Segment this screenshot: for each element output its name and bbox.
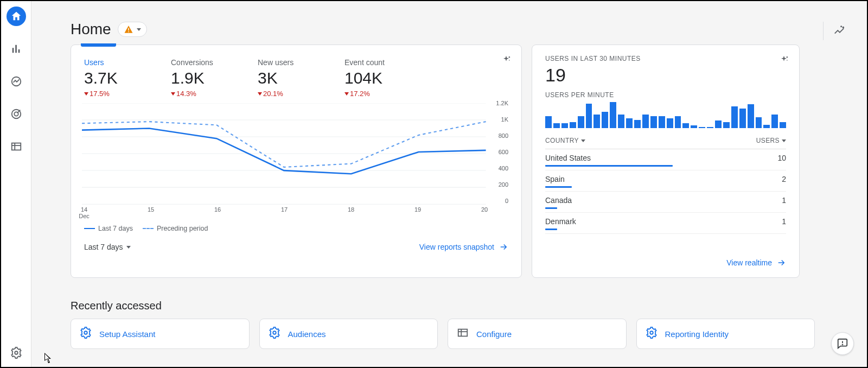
country-users: 1: [782, 196, 786, 205]
svg-rect-8: [128, 31, 129, 33]
view-realtime-link[interactable]: View realtime: [726, 258, 786, 268]
view-reports-snapshot-link[interactable]: View reports snapshot: [419, 242, 508, 252]
x-tick: 14Dec: [79, 206, 90, 219]
metric-delta: 14.3%: [171, 90, 252, 98]
spark-bar: [699, 127, 705, 128]
svg-point-9: [509, 56, 510, 58]
x-tick: 20: [481, 206, 488, 213]
spark-bar: [723, 122, 730, 128]
recent-card-reporting-identity[interactable]: Reporting Identity: [636, 319, 815, 349]
spark-bar: [593, 115, 600, 128]
metric-value: 3.7K: [84, 69, 165, 87]
metric-label: Event count: [344, 58, 426, 67]
country-row: United States10: [545, 149, 786, 170]
diagnostics-chip[interactable]: [118, 22, 147, 37]
chevron-down-icon: [137, 28, 141, 31]
spark-bar: [771, 115, 778, 128]
metric-label: Conversions: [171, 58, 252, 67]
realtime-card: USERS IN LAST 30 MINUTES 19 USERS PER MI…: [532, 45, 800, 278]
chevron-down-icon: [126, 246, 131, 249]
users-column-header[interactable]: USERS: [756, 137, 786, 144]
svg-rect-7: [128, 28, 129, 31]
recent-card-configure[interactable]: Configure: [448, 319, 627, 349]
insights-button[interactable]: [833, 25, 845, 39]
y-tick: 800: [499, 132, 508, 139]
metric-event-count[interactable]: Event count104K17.2%: [344, 58, 426, 98]
spark-bar: [602, 112, 608, 128]
country-name: Canada: [545, 196, 572, 205]
metric-conversions[interactable]: Conversions1.9K14.3%: [171, 58, 252, 98]
spark-bar: [763, 125, 770, 128]
svg-point-25: [843, 344, 843, 345]
y-tick: 200: [499, 181, 508, 188]
country-column-header[interactable]: COUNTRY: [545, 137, 585, 144]
svg-point-19: [787, 60, 788, 61]
legend-current: Last 7 days: [98, 225, 133, 232]
y-tick: 400: [499, 165, 508, 172]
realtime-heading: USERS IN LAST 30 MINUTES: [545, 55, 786, 62]
spark-bar: [667, 118, 673, 128]
spark-bar: [561, 123, 568, 128]
feedback-button[interactable]: [831, 332, 854, 355]
nav-home[interactable]: [7, 7, 26, 26]
country-name: Spain: [545, 175, 565, 183]
chart-legend: Last 7 days Preceding period: [71, 223, 521, 232]
spark-bar: [756, 117, 762, 128]
date-range-selector[interactable]: Last 7 days: [84, 243, 131, 251]
nav-configure[interactable]: [7, 137, 26, 156]
active-tab-indicator: [81, 43, 116, 47]
sparkle-icon[interactable]: [778, 55, 789, 68]
nav-advertising[interactable]: [7, 104, 26, 124]
metric-new-users[interactable]: New users3K20.1%: [258, 58, 339, 98]
gear-icon: [80, 327, 92, 341]
svg-rect-22: [458, 329, 468, 337]
y-tick: 1K: [501, 116, 508, 123]
svg-point-4: [15, 351, 18, 354]
chevron-down-icon: [581, 139, 585, 142]
spark-bar: [715, 120, 722, 128]
metric-delta: 17.5%: [84, 90, 165, 98]
realtime-perminute-label: USERS PER MINUTE: [545, 91, 786, 99]
nav-reports[interactable]: [7, 39, 26, 59]
nav-explore[interactable]: [7, 72, 26, 91]
country-name: Denmark: [545, 217, 576, 226]
svg-point-23: [650, 331, 653, 334]
metric-value: 1.9K: [171, 69, 252, 87]
y-tick: 0: [505, 198, 508, 204]
spark-bar: [553, 123, 560, 128]
svg-point-5: [843, 27, 844, 28]
metric-label: Users: [84, 58, 165, 67]
x-tick: 16: [214, 206, 221, 213]
y-tick: 600: [499, 149, 508, 155]
recent-card-label: Configure: [476, 329, 512, 339]
spark-bar: [739, 109, 746, 128]
sparkle-icon[interactable]: [501, 55, 512, 68]
main-area: Home Users3.7K17.5%Conversions1.9K14.3%N…: [31, 1, 867, 367]
y-tick: 1.2K: [496, 100, 508, 106]
gear-icon: [646, 327, 658, 341]
recent-card-audiences[interactable]: Audiences: [259, 319, 438, 349]
chevron-down-icon: [782, 139, 786, 142]
spark-bar: [634, 120, 641, 128]
recent-card-setup-assistant[interactable]: Setup Assistant: [71, 319, 250, 349]
country-row: Canada1: [545, 192, 786, 213]
realtime-users-value: 19: [545, 65, 786, 86]
spark-bar: [642, 115, 649, 128]
recent-card-label: Audiences: [288, 329, 326, 339]
spark-bar: [682, 123, 689, 128]
spark-bar: [659, 116, 665, 128]
metric-users[interactable]: Users3.7K17.5%: [84, 58, 165, 98]
page-title: Home: [71, 21, 111, 38]
spark-bar: [780, 122, 786, 128]
gear-icon: [269, 327, 280, 341]
metric-value: 104K: [344, 69, 426, 87]
spark-bar: [707, 127, 713, 128]
nav-admin[interactable]: [7, 343, 26, 363]
x-tick: 17: [281, 206, 288, 213]
table-icon: [457, 327, 469, 341]
spark-bar: [731, 106, 738, 128]
svg-point-21: [273, 331, 276, 334]
spark-bar: [650, 116, 657, 128]
spark-bar: [748, 104, 754, 128]
metric-value: 3K: [258, 69, 339, 87]
